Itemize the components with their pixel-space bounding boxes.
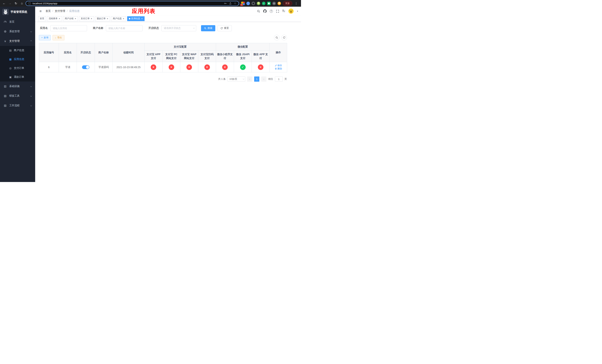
export-button[interactable]: ↓ 导出 xyxy=(53,35,64,40)
tab-refund-orders[interactable]: 退款订单 × xyxy=(95,16,110,21)
font-size-icon[interactable]: TT xyxy=(282,10,285,13)
reset-button[interactable]: 重置 xyxy=(217,25,232,31)
next-page-button[interactable]: › xyxy=(261,76,266,82)
goto-page-input[interactable] xyxy=(275,76,283,82)
close-icon[interactable]: × xyxy=(123,17,124,20)
refund-icon: ▣ xyxy=(9,75,12,78)
top-navbar: ≡ 首页 支付管理 应用信息 应用列表 ? TT ▾ xyxy=(35,7,301,16)
close-icon[interactable]: × xyxy=(91,17,92,20)
merchant-name-input[interactable] xyxy=(106,25,142,31)
status-cross-icon: × xyxy=(222,64,228,70)
col-header-created: 创建时间 xyxy=(113,43,145,62)
extension-icon-1[interactable]: 10 xyxy=(241,2,245,5)
tab-label: 应用信息 xyxy=(131,17,140,20)
status-toggle[interactable] xyxy=(82,65,89,69)
address-bar[interactable]: i localhost:1024/pay/app ☆ xyxy=(26,1,239,6)
extension-icon-5[interactable] xyxy=(262,2,266,5)
close-icon[interactable]: × xyxy=(141,17,143,20)
breadcrumb-payment[interactable]: 支付管理 xyxy=(51,10,65,13)
status-cross-icon: × xyxy=(204,64,210,70)
breadcrumb-home[interactable]: 首页 xyxy=(45,10,51,13)
chevron-down-icon xyxy=(30,86,32,87)
sidebar-item-refund-orders[interactable]: ▣ 退款订单 xyxy=(0,73,35,81)
app-logo[interactable]: 芋道管理系统 xyxy=(0,7,35,17)
search-icon[interactable] xyxy=(257,10,260,13)
goto-suffix: 页 xyxy=(285,77,287,81)
help-icon[interactable]: ? xyxy=(270,10,273,13)
sidebar-item-dev-tools[interactable]: ▧ 研发工具 xyxy=(0,91,35,101)
extension-icon-2[interactable] xyxy=(246,2,250,5)
status-select[interactable]: 请选择开启状态 xyxy=(161,25,196,31)
back-button[interactable]: ← xyxy=(2,1,6,6)
toggle-search-button[interactable] xyxy=(274,35,280,40)
edit-button[interactable]: 修改 xyxy=(275,64,282,67)
sidebar-item-infrastructure[interactable]: ▥ 基础设施 xyxy=(0,81,35,91)
status-check-icon: ✓ xyxy=(240,64,246,70)
sidebar-item-system[interactable]: 系统管理 xyxy=(0,27,35,36)
col-header-actions: 操作 xyxy=(270,43,287,62)
chevron-down-icon xyxy=(30,31,32,32)
bookmark-icon[interactable]: ☆ xyxy=(234,2,236,5)
sidebar-collapse-icon[interactable]: ≡ xyxy=(38,9,43,13)
puzzle-extensions-icon[interactable] xyxy=(272,2,276,5)
profile-avatar-icon[interactable] xyxy=(278,2,281,5)
page-content: 应用名 商户名称 开启状态 请选择开启状态 搜索 重置 xyxy=(35,22,291,85)
col-header-app-id: 应用编号 xyxy=(39,43,59,62)
reload-button[interactable]: ↻ xyxy=(14,1,18,6)
caret-down-icon[interactable]: ▾ xyxy=(297,10,298,12)
home-button[interactable]: ⌂ xyxy=(20,1,24,6)
app-name-input[interactable] xyxy=(50,25,87,31)
sidebar-item-label: 支付订单 xyxy=(14,66,24,70)
refresh-table-button[interactable] xyxy=(281,35,287,40)
page-1-button[interactable]: 1 xyxy=(254,76,259,82)
cell-wechat-app: × xyxy=(252,62,270,72)
sidebar-item-payment[interactable]: ¥ 支付管理 xyxy=(0,36,35,46)
close-icon[interactable]: × xyxy=(107,17,108,20)
pagination: 共 1 条 10条/页 ‹ 1 › 前往 页 xyxy=(39,76,287,82)
fullscreen-icon[interactable] xyxy=(276,10,279,13)
sidebar-item-label: 首页 xyxy=(9,20,14,23)
cell-app-id: 6 xyxy=(39,62,59,72)
tags-view: 首页 流程表单 × 用户分组 × 支付订单 × 退款订单 × 商户信息 × xyxy=(35,16,301,22)
update-button[interactable]: 更新 xyxy=(283,1,292,6)
search-button[interactable]: 搜索 xyxy=(201,25,215,31)
page-size-select[interactable]: 10条/页 xyxy=(227,76,245,82)
group-header-alipay: 支付宝配置 xyxy=(145,43,216,51)
tab-app-info[interactable]: 应用信息 × xyxy=(127,16,145,21)
extension-icon-6[interactable] xyxy=(267,2,271,5)
password-key-icon[interactable] xyxy=(224,2,227,5)
chevron-down-icon xyxy=(30,95,32,97)
sidebar-item-pay-orders[interactable]: ◎ 支付订单 xyxy=(0,64,35,73)
menu-dots-icon[interactable]: ⋮ xyxy=(294,1,298,6)
url-text[interactable]: localhost:1024/pay/app xyxy=(32,2,222,5)
browser-chrome: ← → ↻ ⌂ i localhost:1024/pay/app ☆ 10 更新… xyxy=(0,0,301,7)
site-info-icon[interactable]: i xyxy=(28,2,31,5)
col-header-wechat-mini: 微信小程序支付 xyxy=(216,51,234,62)
tab-label: 流程表单 xyxy=(49,17,58,20)
tab-user-group[interactable]: 用户分组 × xyxy=(63,16,78,21)
sidebar-item-app-info[interactable]: ▦ 应用信息 xyxy=(0,55,35,64)
sidebar-item-merchant-info[interactable]: ▤ 商户信息 xyxy=(0,46,35,55)
extension-icon-3[interactable] xyxy=(252,2,255,5)
sidebar-item-workflow[interactable]: ▨ 工作流程 xyxy=(0,101,35,110)
prev-page-button[interactable]: ‹ xyxy=(247,76,252,82)
tab-pay-orders[interactable]: 支付订单 × xyxy=(79,16,94,21)
tab-home[interactable]: 首页 xyxy=(38,16,46,21)
github-icon[interactable] xyxy=(263,10,267,13)
extension-icon-4[interactable] xyxy=(257,2,260,5)
close-icon[interactable]: × xyxy=(75,17,76,20)
dashboard-icon xyxy=(3,20,7,23)
add-button[interactable]: + 新增 xyxy=(39,35,51,40)
user-avatar[interactable] xyxy=(288,8,294,14)
close-icon[interactable]: × xyxy=(58,17,60,20)
forward-button[interactable]: → xyxy=(8,1,12,6)
page-title: 应用列表 xyxy=(132,7,155,15)
delete-button[interactable]: 删除 xyxy=(275,67,282,70)
tab-merchant-info[interactable]: 商户信息 × xyxy=(111,16,126,21)
share-icon[interactable] xyxy=(229,2,232,5)
sidebar-item-home[interactable]: 首页 xyxy=(0,17,35,27)
tab-process-form[interactable]: 流程表单 × xyxy=(47,16,62,21)
table-row: 6 芋道 芋道源码 2021-10-23 08:49:25 × × × × × … xyxy=(39,62,287,72)
col-header-app-name: 应用名 xyxy=(59,43,77,62)
sidebar-item-label: 支付管理 xyxy=(9,39,20,43)
